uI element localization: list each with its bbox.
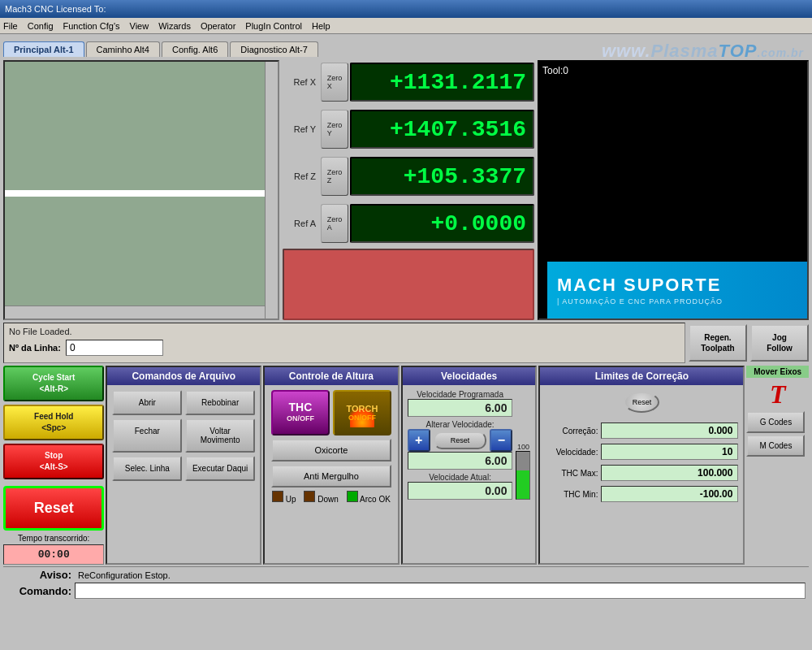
stop-button[interactable]: Stop<Alt-S> [3,444,104,479]
dro-zero-y[interactable]: ZeroY [321,110,348,149]
dro-zero-z[interactable]: ZeroZ [321,157,348,196]
anti-mergulho-button[interactable]: Anti Mergulho [271,465,391,488]
altura-body: THC ON/OFF TORCH ON/OFF Oxicorte Anti Me… [265,385,398,509]
vel-reset-button[interactable]: Reset [434,431,487,449]
tool-display: Tool:0 MACH SUPORTE | AUTOMAÇÃO E CNC PA… [538,60,809,320]
vel-100-label: 100 [517,443,529,451]
indicator-row: Up Down Arco OK [272,491,391,504]
vel-alterar-value: 6.00 [408,452,513,470]
tab-config[interactable]: Config. Alt6 [162,41,228,57]
arco-ok-indicator-group: Arco OK [347,491,391,504]
mover-eixos-label: Mover Eixos [746,366,809,378]
menu-help[interactable]: Help [312,21,330,31]
menu-wizards[interactable]: Wizards [158,21,191,31]
mach-suporte-banner: MACH SUPORTE | AUTOMAÇÃO E CNC PARA PROD… [547,262,807,318]
limites-title: Limites de Correção [540,367,743,385]
vel-bar-container [516,451,530,500]
menu-file[interactable]: File [3,21,18,31]
selec-linha-button[interactable]: Selec. Linha [112,456,182,481]
aviso-text: ReConfiguration Estop. [75,570,806,580]
timer-section: Tempo transcorrido: 00:00 [3,534,104,565]
reset-big-button[interactable]: Reset [3,486,104,531]
menu-config[interactable]: Config [28,21,54,31]
thc-onoff-button[interactable]: THC ON/OFF [271,390,330,436]
tool-label: Tool:0 [542,65,568,76]
aviso-label: Aviso: [6,569,71,581]
down-indicator [304,491,315,502]
dro-value-y: +1407.3516 [350,110,534,149]
lim-velocidade-label: Velocidade: [545,448,598,457]
mach-suporte-subtitle: | AUTOMAÇÃO E CNC PARA PRODUÇÃO [557,297,797,306]
arco-ok-indicator [347,491,358,502]
feed-hold-button[interactable]: Feed Hold<Spc> [3,405,104,440]
vel-minus-button[interactable]: − [490,429,512,452]
viewport-hscrollbar[interactable] [5,306,265,318]
limites-panel: Limites de Correção Reset Correção: Velo… [538,366,745,565]
line-input[interactable] [66,340,163,356]
altura-title: Controle de Altura [265,367,398,385]
vel-section: Velocidade Programada 6.00 Alterar Veloc… [408,390,531,500]
limites-reset-button[interactable]: Reset [624,392,659,413]
tab-principal[interactable]: Principal Alt-1 [3,41,84,57]
oxicorte-button[interactable]: Oxicorte [271,439,391,462]
comandos-title: Comandos de Arquivo [107,367,260,385]
vel-plus-button[interactable]: + [408,429,430,452]
middle-section: No File Loaded. Nº da Linha: Regen.Toolp… [3,322,809,364]
lim-thc-min-label: THC Min: [545,490,598,499]
executar-daqui-button[interactable]: Executar Daqui [185,456,255,481]
cycle-start-button[interactable]: Cycle Start<Alt-R> [3,366,104,401]
lim-correcao-input[interactable] [601,422,738,439]
dro-value-x: +1131.2117 [350,63,534,102]
dro-value-a: +0.0000 [350,204,534,243]
lim-thc-min-input[interactable] [601,486,738,502]
line-label: Nº da Linha: [9,343,61,353]
tab-diagnostico[interactable]: Diagnostico Alt-7 [230,41,318,57]
title-bar: Mach3 CNC Licensed To: [0,0,812,18]
jog-follow-button[interactable]: JogFollow [750,324,809,362]
menu-bar: File Config Function Cfg's View Wizards … [0,18,812,34]
rebobinar-button[interactable]: Rebobinar [185,390,255,415]
line-row: Nº da Linha: [9,340,680,356]
mcodes-button[interactable]: M Codes [746,435,805,457]
menu-view[interactable]: View [130,21,149,31]
vel-bar-fill [516,470,529,499]
comando-input[interactable] [75,583,806,599]
bottom-bar: Cycle Start<Alt-R> Feed Hold<Spc> Stop<A… [3,366,809,565]
timer-label: Tempo transcorrido: [3,534,104,543]
title-text: Mach3 CNC Licensed To: [5,4,106,14]
abrir-button[interactable]: Abrir [112,390,182,415]
tab-caminho[interactable]: Caminho Alt4 [86,41,160,57]
torch-onoff-button[interactable]: TORCH ON/OFF [333,390,391,436]
dro-value-z: +105.3377 [350,157,534,196]
voltar-movimento-button[interactable]: Voltar Movimento [185,418,255,453]
lim-thc-min-row: THC Min: [545,486,738,502]
vel-programada-label: Velocidade Programada [408,390,513,399]
lim-correcao-row: Correção: [545,422,738,439]
viewport-line [5,190,265,197]
no-file-label: No File Loaded. [9,327,680,336]
dro-bottom-red [283,249,534,320]
dro-zero-a[interactable]: ZeroA [321,204,348,243]
up-indicator-group: Up [272,491,296,504]
lim-velocidade-input[interactable] [601,444,738,460]
menu-plugin[interactable]: PlugIn Control [245,21,302,31]
aviso-row: Aviso: ReConfiguration Estop. [6,569,806,581]
vel-slider-row: + Reset − [408,429,513,452]
lim-velocidade-row: Velocidade: [545,444,738,460]
lim-correcao-label: Correção: [545,427,598,436]
vel-atual-value: 0.00 [408,482,513,500]
dro-label-z: Ref Z [283,171,319,181]
brand: www.PlasmaTOP.com.br [602,41,804,62]
viewport[interactable] [3,60,279,320]
menu-function-cfgs[interactable]: Function Cfg's [63,21,120,31]
fechar-button[interactable]: Fechar [112,418,182,453]
viewport-scrollbar[interactable] [265,62,278,318]
regen-toolpath-button[interactable]: Regen.Toolpath [689,324,747,362]
menu-operator[interactable]: Operator [201,21,235,31]
lim-thc-max-label: THC Max: [545,469,598,478]
status-bar: Aviso: ReConfiguration Estop. Comando: [3,566,809,600]
lim-thc-max-input[interactable] [601,465,738,481]
gcodes-button[interactable]: G Codes [746,411,805,433]
dro-zero-x[interactable]: ZeroX [321,63,348,102]
velocidades-body: Velocidade Programada 6.00 Alterar Veloc… [403,385,536,505]
